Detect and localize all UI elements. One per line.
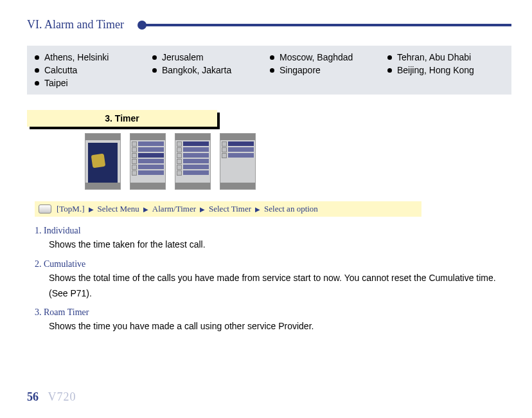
phone-screen (130, 133, 166, 190)
chevron-right-icon: ▶ (200, 206, 205, 213)
bullet-icon (152, 55, 157, 60)
city-item: Bangkok, Jakarta (152, 64, 270, 77)
page-title: VI. Alarm and Timer (27, 18, 124, 32)
subsection-title: 2. Cumulative (35, 259, 511, 269)
header-dot-icon (137, 21, 146, 30)
bullet-icon (35, 68, 39, 73)
nav-step: Select Timer (209, 204, 251, 214)
chevron-right-icon: ▶ (255, 206, 260, 213)
city-item: Singapore (270, 64, 387, 77)
city-label: Jerusalem (162, 52, 204, 62)
city-item: Calcutta (35, 64, 152, 77)
calendar-icon (91, 154, 106, 168)
page-number: 56 (27, 390, 39, 403)
subsection-body: Shows the total time of the calls you ha… (49, 271, 511, 302)
chevron-right-icon: ▶ (89, 206, 94, 213)
nav-step: Alarm/Timer (152, 204, 196, 214)
city-label: Moscow, Baghdad (279, 52, 353, 62)
city-list-box: Athens, Helsinki Jerusalem Moscow, Baghd… (27, 46, 511, 95)
nav-step: Select Menu (98, 204, 139, 214)
bullet-icon (270, 68, 274, 73)
subsection-body: Shows the time you have made a call usin… (49, 319, 511, 334)
section-tab-wrap: 3. Timer (27, 110, 217, 127)
controller-icon (39, 204, 51, 214)
phone-screen (175, 133, 211, 190)
city-label: Beijing, Hong Kong (397, 65, 474, 75)
city-label: Athens, Helsinki (44, 52, 109, 62)
bullet-icon (387, 55, 392, 60)
phone-screen (220, 133, 256, 190)
city-label: Calcutta (44, 65, 77, 75)
city-label: Singapore (279, 65, 321, 75)
model-name: V720 (48, 390, 76, 403)
header-rule (142, 24, 511, 26)
city-item: Jerusalem (152, 51, 270, 64)
subsection-title: 1. Individual (35, 226, 511, 236)
subsection-body: Shows the time taken for the latest call… (49, 237, 511, 253)
city-item: Moscow, Baghdad (270, 51, 387, 64)
bullet-icon (35, 55, 39, 60)
bullet-icon (270, 55, 274, 60)
phone-screenshots (85, 133, 511, 190)
phone-screen (85, 133, 121, 190)
nav-step: Select an option (264, 204, 318, 214)
page-footer: 56 V720 (27, 390, 76, 404)
subsection-title: 3. Roam Timer (35, 307, 511, 318)
navigation-path: [TopM.] ▶ Select Menu ▶ Alarm/Timer ▶ Se… (35, 201, 421, 217)
bullet-icon (387, 68, 392, 73)
city-item: Athens, Helsinki (35, 51, 152, 64)
bullet-icon (35, 81, 39, 86)
city-label: Taipei (44, 78, 68, 88)
city-item: Beijing, Hong Kong (387, 64, 505, 77)
chevron-right-icon: ▶ (143, 206, 148, 213)
section-tab: 3. Timer (27, 110, 217, 127)
city-item: Tehran, Abu Dhabi (387, 51, 505, 64)
city-label: Tehran, Abu Dhabi (397, 52, 471, 62)
city-label: Bangkok, Jakarta (162, 65, 231, 75)
bullet-icon (152, 68, 157, 73)
nav-step: [TopM.] (57, 204, 85, 214)
city-item: Taipei (35, 77, 152, 89)
